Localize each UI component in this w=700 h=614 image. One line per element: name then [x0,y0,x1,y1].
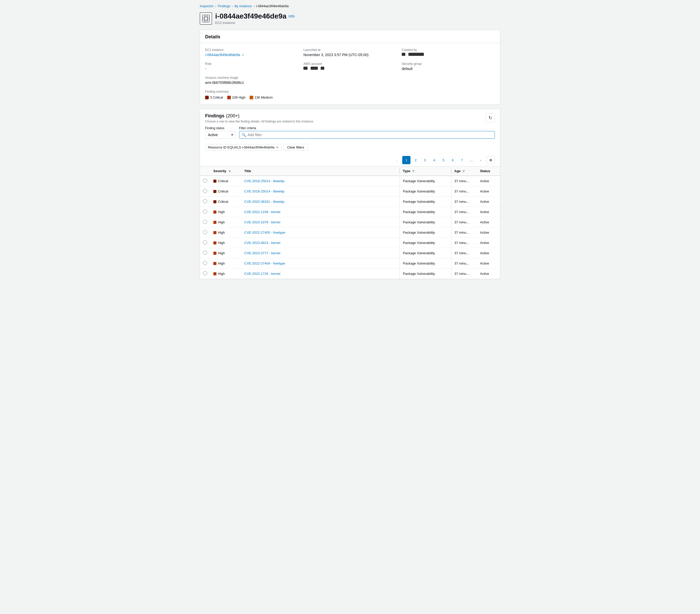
created-by-redacted-2 [409,53,424,56]
detail-launched-label: Launched at [303,48,397,52]
finding-title-link[interactable]: CVE-2022-1158 - kernel [244,210,280,214]
severity-indicator [213,180,216,183]
th-status: Status [477,166,500,176]
severity-indicator [213,241,216,245]
row-title-cell: CVE-2022-27405 - freetype [241,227,400,238]
finding-summary-label: Finding summary [205,90,495,93]
breadcrumb-sep-3: › [253,4,254,8]
row-age-cell: 37 minu… [451,207,477,217]
finding-title-link[interactable]: CVE-2022-27405 - freetype [244,230,285,235]
table-row[interactable]: High CVE-2022-1158 - kernel Package Vuln… [200,207,500,217]
table-row[interactable]: High CVE-2022-1729 - kernel Package Vuln… [200,269,500,279]
details-card-body: EC2 instance i-0844ae3f49e46de9a ↗ Launc… [200,43,500,104]
row-radio-5[interactable] [203,230,207,234]
table-settings-button[interactable]: ⚙ [487,156,495,164]
detail-launched: Launched at November 3, 2023 3:57 PM (UT… [303,48,397,57]
row-severity-cell: High [210,227,241,238]
info-badge[interactable]: Info [288,14,295,18]
breadcrumb-findings[interactable]: Findings [218,4,230,8]
page-4-button[interactable]: 4 [430,156,438,164]
account-redacted-1 [303,67,308,70]
row-select-cell [200,186,210,197]
table-row[interactable]: High CVE-2023-4623 - kernel Package Vuln… [200,238,500,248]
row-radio-2[interactable] [203,199,207,203]
filter-search-icon: 🔍 [242,133,246,137]
row-title-cell: CVE-2023-4623 - kernel [241,238,400,248]
row-status-cell: Active [477,258,500,269]
detail-created-by-value [402,53,495,57]
row-radio-7[interactable] [203,251,207,255]
breadcrumb-sep-2: › [232,4,233,8]
page-6-button[interactable]: 6 [449,156,457,164]
row-type-cell: Package Vulnerability [400,227,451,238]
table-row[interactable]: Critical CVE-2020-36331 - libwebp Packag… [200,197,500,207]
remove-filter-button[interactable]: × [276,146,278,150]
status-select-wrapper: Active Suppressed Closed ▼ [205,131,236,139]
clear-filters-button[interactable]: Clear filters [283,144,308,151]
finding-title-link[interactable]: CVE-2022-1729 - kernel [244,272,280,276]
finding-title-link[interactable]: CVE-2023-3777 - kernel [244,251,280,255]
row-status-text: Active [480,251,489,255]
row-type-cell: Package Vulnerability [400,248,451,258]
table-row[interactable]: Critical CVE-2018-25014 - libwebp Packag… [200,186,500,197]
severity-label: High [218,230,225,235]
detail-ec2: EC2 instance i-0844ae3f49e46de9a ↗ [205,48,298,57]
th-type[interactable]: Type ▽ [400,166,451,176]
table-row[interactable]: High CVE-2023-1078 - kernel Package Vuln… [200,217,500,227]
prev-page-button[interactable]: ‹ [393,156,401,164]
row-select-cell [200,197,210,207]
table-row[interactable]: High CVE-2023-3777 - kernel Package Vuln… [200,248,500,258]
filter-criteria-group: Filter criteria 🔍 [239,126,495,139]
page-7-button[interactable]: 7 [458,156,466,164]
finding-title-link[interactable]: CVE-2018-25013 - libwebp [244,179,284,183]
row-radio-3[interactable] [203,210,207,214]
finding-status-select[interactable]: Active Suppressed Closed [205,131,236,139]
th-type-label: Type [403,169,410,173]
row-age-cell: 37 minu… [451,238,477,248]
finding-title-link[interactable]: CVE-2022-27404 - freetype [244,261,285,265]
row-severity-cell: Critical [210,197,241,207]
table-row[interactable]: High CVE-2022-27404 - freetype Package V… [200,258,500,269]
filter-input[interactable] [239,131,495,139]
row-radio-4[interactable] [203,220,207,224]
findings-tbody: Critical CVE-2018-25013 - libwebp Packag… [200,176,500,279]
details-row-3: Amazon machine image ami-0b6705f88b1f688… [205,76,495,85]
severity-label: High [218,272,225,276]
breadcrumb-by-instance[interactable]: By instance [235,4,252,8]
account-redacted-2 [311,67,318,70]
th-severity[interactable]: Severity ▼ [210,166,241,176]
page-5-button[interactable]: 5 [439,156,448,164]
finding-title-link[interactable]: CVE-2023-4623 - kernel [244,241,280,245]
severity-indicator [213,190,216,193]
refresh-button[interactable]: ↻ [486,113,495,123]
details-card-header: Details [200,30,500,43]
detail-security-group: Security group default [402,62,495,71]
row-radio-6[interactable] [203,240,207,245]
next-page-button[interactable]: › [476,156,485,164]
row-radio-1[interactable] [203,189,207,193]
table-row[interactable]: High CVE-2022-27405 - freetype Package V… [200,227,500,238]
row-radio-9[interactable] [203,271,207,275]
instance-icon [200,12,212,25]
page-3-button[interactable]: 3 [421,156,429,164]
finding-title-link[interactable]: CVE-2020-36331 - libwebp [244,200,284,203]
finding-title-link[interactable]: CVE-2018-25014 - libwebp [244,189,284,193]
th-age[interactable]: Age ▽ [451,166,477,176]
resource-id-filter-tag: Resource ID EQUALS i-0844ae3f49e46de9a × [205,144,281,151]
row-radio-8[interactable] [203,261,207,265]
ec2-instance-link[interactable]: i-0844ae3f49e46de9a [205,53,240,57]
finding-title-link[interactable]: CVE-2023-1078 - kernel [244,220,280,224]
severity-label: High [218,241,225,245]
table-row[interactable]: Critical CVE-2018-25013 - libwebp Packag… [200,176,500,186]
breadcrumb-inspector[interactable]: Inspector [200,4,213,8]
row-status-cell: Active [477,176,500,186]
page-1-button[interactable]: 1 [402,156,411,164]
page-2-button[interactable]: 2 [412,156,420,164]
filter-tag-label: Resource ID EQUALS i-0844ae3f49e46de9a [208,146,275,149]
row-status-cell: Active [477,269,500,279]
row-radio-0[interactable] [203,179,207,183]
settings-icon: ⚙ [489,158,492,162]
row-severity-cell: High [210,248,241,258]
findings-title-area: Findings (200+) Choose a row to view the… [205,113,314,123]
detail-role: Role - [205,62,298,71]
